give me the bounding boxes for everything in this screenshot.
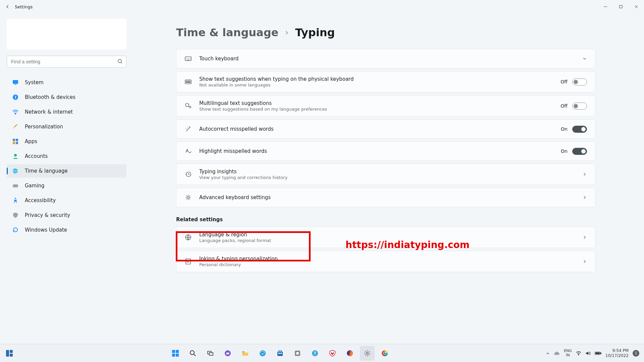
bluetooth-icon	[12, 94, 19, 101]
svg-rect-3	[14, 84, 16, 85]
card-typing-insights[interactable]: Typing insights View your typing and cor…	[176, 164, 595, 185]
wand-icon	[184, 126, 192, 132]
spellcheck-icon	[184, 148, 192, 155]
translate-icon	[184, 103, 192, 109]
chevron-right-icon	[582, 195, 587, 200]
toggle-multilingual[interactable]	[572, 103, 587, 110]
sidebar-item-time-language[interactable]: Time & language	[7, 164, 126, 178]
svg-rect-9	[16, 142, 18, 144]
svg-point-1	[118, 59, 121, 63]
sidebar-item-label: Accounts	[25, 153, 48, 159]
taskbar-app-help[interactable]: ?	[308, 346, 322, 361]
card-title: Show text suggestions when typing on the…	[199, 76, 553, 82]
sidebar-item-label: Network & internet	[25, 109, 73, 115]
sidebar-item-personalization[interactable]: Personalization	[7, 120, 126, 133]
sidebar-item-label: Gaming	[25, 183, 45, 189]
taskbar-app-firefox[interactable]	[342, 346, 357, 361]
svg-rect-16	[186, 81, 191, 81]
svg-rect-25	[10, 354, 13, 357]
gamepad-icon	[12, 182, 19, 189]
tray-language[interactable]: ENG IN	[564, 349, 572, 357]
task-view[interactable]	[203, 346, 218, 361]
card-subtitle: Show text suggestions based on my langua…	[199, 107, 553, 112]
tray-onedrive-icon[interactable]	[554, 351, 560, 356]
minimize-button[interactable]	[598, 1, 613, 13]
start-button[interactable]	[168, 346, 183, 361]
taskbar-app-edge[interactable]	[255, 346, 270, 361]
svg-point-45	[366, 352, 368, 354]
svg-text:?: ?	[314, 351, 316, 356]
page-title: Typing	[295, 26, 335, 39]
toggle-highlight[interactable]	[572, 148, 587, 155]
sidebar-item-apps[interactable]: Apps	[7, 135, 126, 148]
search-box[interactable]	[7, 56, 126, 68]
card-language-region[interactable]: Language & region Language packs, region…	[176, 227, 595, 248]
accessibility-icon	[12, 197, 19, 204]
widgets-button[interactable]	[3, 347, 15, 359]
toggle-state-label: Off	[560, 79, 568, 84]
taskbar-search[interactable]	[185, 346, 200, 361]
card-title: Language & region	[199, 232, 575, 238]
user-card[interactable]	[7, 19, 126, 50]
title-bar: Settings	[0, 0, 644, 13]
svg-rect-0	[620, 5, 622, 8]
tray-wifi-icon[interactable]	[576, 351, 581, 356]
svg-rect-17	[186, 82, 191, 83]
svg-point-5	[15, 113, 16, 114]
toggle-physical-suggestions[interactable]	[572, 78, 587, 85]
tray-clock[interactable]: 9:54 PM 10/17/2022	[605, 348, 629, 358]
sidebar-item-privacy[interactable]: Privacy & security	[7, 208, 126, 222]
taskbar-app-settings[interactable]	[360, 346, 375, 361]
maximize-button[interactable]	[613, 1, 629, 13]
tray-battery-icon[interactable]	[595, 351, 601, 355]
sidebar-item-label: Bluetooth & devices	[25, 94, 75, 100]
svg-point-48	[384, 352, 386, 354]
sidebar-item-windows-update[interactable]: Windows Update	[7, 223, 126, 237]
tray-chevron-icon[interactable]	[546, 351, 550, 355]
chevron-right-icon	[582, 235, 587, 240]
keyboard-icon	[184, 56, 192, 61]
sidebar-item-label: Accessibility	[25, 197, 56, 203]
card-title: Autocorrect misspelled words	[199, 126, 553, 132]
svg-rect-38	[278, 353, 280, 354]
card-multilingual: Multilingual text suggestions Show text …	[176, 95, 595, 117]
taskbar-app-explorer[interactable]	[238, 346, 253, 361]
card-highlight-misspelled: Highlight misspelled words On	[176, 141, 595, 161]
sidebar-item-system[interactable]: System	[7, 76, 126, 89]
sidebar-item-network[interactable]: Network & internet	[7, 105, 126, 119]
gear-icon	[184, 194, 192, 201]
sidebar: System Bluetooth & devices Network & int…	[0, 13, 132, 344]
svg-rect-34	[242, 351, 245, 352]
card-touch-keyboard[interactable]: Touch keyboard	[176, 49, 595, 68]
svg-rect-27	[176, 350, 179, 353]
svg-rect-23	[6, 350, 9, 357]
taskbar-app-chat[interactable]	[220, 346, 235, 361]
taskbar-app-mcafee[interactable]	[325, 346, 340, 361]
card-autocorrect: Autocorrect misspelled words On	[176, 119, 595, 139]
svg-rect-29	[176, 354, 179, 357]
tray-volume-icon[interactable]	[585, 351, 591, 356]
close-button[interactable]	[629, 1, 644, 13]
breadcrumb-parent[interactable]: Time & language	[176, 26, 278, 39]
monitor-icon	[12, 79, 19, 86]
chevron-right-icon: ›	[285, 28, 288, 37]
sidebar-item-label: System	[25, 79, 44, 85]
svg-rect-24	[10, 350, 13, 353]
taskbar-app-generic-1[interactable]	[290, 346, 305, 361]
sidebar-item-accessibility[interactable]: Accessibility	[7, 194, 126, 207]
card-inking[interactable]: Inking & typing personalization Personal…	[176, 251, 595, 272]
document-icon	[184, 258, 192, 265]
toggle-autocorrect[interactable]	[572, 126, 587, 133]
svg-rect-39	[280, 353, 282, 354]
back-button[interactable]	[5, 4, 11, 10]
taskbar-app-chrome[interactable]	[377, 346, 392, 361]
sidebar-item-bluetooth[interactable]: Bluetooth & devices	[7, 90, 126, 104]
search-input[interactable]	[7, 59, 126, 64]
taskbar-app-store[interactable]	[273, 346, 287, 361]
sidebar-item-accounts[interactable]: Accounts	[7, 149, 126, 163]
svg-rect-15	[185, 80, 191, 84]
globe-icon	[184, 234, 192, 241]
tray-notifications[interactable]: 1	[633, 350, 639, 357]
sidebar-item-gaming[interactable]: Gaming	[7, 179, 126, 192]
card-advanced-keyboard[interactable]: Advanced keyboard settings	[176, 188, 595, 207]
